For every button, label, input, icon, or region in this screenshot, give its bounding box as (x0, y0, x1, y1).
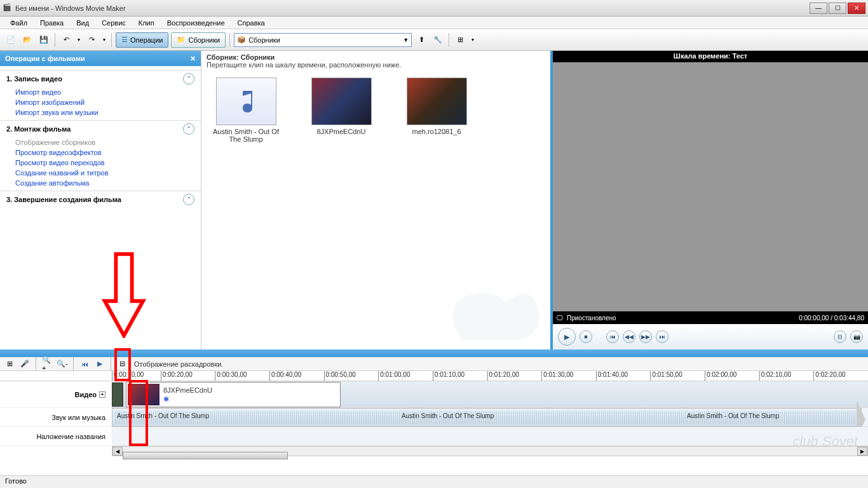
preview-title: Шкала времени: Тест (553, 51, 868, 62)
tasks-button[interactable]: ☰ Операции (116, 32, 168, 48)
split-button[interactable]: ⊟ (834, 330, 846, 343)
task-titles-credits[interactable]: Создание названий и титров (0, 168, 201, 178)
task-import-video[interactable]: Импорт видео (0, 87, 201, 97)
window-controls: — ☐ ✕ (810, 3, 865, 14)
timeline-ruler[interactable]: 0:00:10,00 0:00:20,00 0:00:30,00 0:00:40… (0, 371, 868, 381)
play-button[interactable]: ▶ (558, 328, 576, 346)
task-import-images[interactable]: Импорт изображений (0, 97, 201, 107)
ruler-tick: 0:00:10,00 (112, 371, 161, 381)
narrate-button[interactable]: 🎤 (19, 358, 31, 370)
task-import-audio[interactable]: Импорт звука или музыки (0, 107, 201, 118)
menu-file[interactable]: Файл (5, 18, 32, 28)
tasks-close-icon[interactable]: ✕ (190, 55, 196, 63)
collections-button[interactable]: 📁 Сборники (171, 32, 226, 48)
step-back-button[interactable]: ◀◀ (623, 330, 635, 343)
label-text: Видео (74, 391, 97, 398)
ruler-tick: 0:02:00,00 (705, 371, 759, 381)
menu-help[interactable]: Справка (233, 18, 270, 28)
task-section-3-header[interactable]: 3. Завершение создания фильма ˅ (0, 191, 201, 208)
task-show-collections[interactable]: Отображение сборников (0, 137, 201, 147)
tasks-label: Операции (130, 36, 163, 44)
collection-title: Сборник: Сборники (207, 53, 545, 61)
clip-name: 8JXPmeECdnU (163, 386, 212, 394)
stop-button[interactable]: ■ (580, 330, 592, 343)
timeline-tracks: Видео + Звук или музыка Наложение назван… (0, 381, 868, 446)
timeline-hint[interactable]: Отображение раскадровки. (134, 360, 223, 368)
video-clip-small[interactable] (112, 383, 123, 407)
maximize-button[interactable]: ☐ (829, 3, 846, 14)
menu-edit[interactable]: Правка (35, 18, 69, 28)
menu-tools[interactable]: Сервис (97, 18, 131, 28)
snapshot-button[interactable]: 📷 (850, 330, 863, 343)
tasks-body: 1. Запись видео ˄ Импорт видео Импорт из… (0, 66, 201, 214)
undo-button[interactable]: ↶ (59, 33, 73, 47)
audio-track[interactable]: Austin Smith - Out Of The Slump Austin S… (112, 408, 868, 427)
play-timeline-button[interactable]: ▶ (94, 358, 105, 370)
prev-clip-button[interactable]: ⏮ (606, 330, 619, 343)
zoom-in-button[interactable]: 🔍+ (41, 358, 53, 370)
collection-pane: Сборник: Сборники Перетащите клип на шка… (201, 51, 550, 349)
tasks-header-title: Операции с фильмами (5, 55, 85, 62)
scroll-right-button[interactable]: ▶ (857, 447, 867, 456)
menu-view[interactable]: Вид (71, 18, 94, 28)
timeline-scrollbar[interactable]: ◀ ▶ (112, 446, 868, 456)
title-track[interactable] (112, 427, 868, 446)
view-dropdown[interactable]: ▾ (470, 33, 476, 47)
task-section-2: 2. Монтаж фильма ˄ Отображение сборников… (0, 120, 201, 188)
clip-thumb (128, 384, 159, 405)
preview-status-text: Приостановлено (567, 315, 616, 322)
collection-item-video2[interactable]: meh.ro12081_6 (398, 78, 475, 135)
storyboard-button[interactable]: ⊞ (4, 358, 15, 370)
step-fwd-button[interactable]: ▶▶ (639, 330, 652, 343)
label-text: Наложение названия (36, 433, 105, 440)
preview-time: 0:00:00,00 / 0:03:44,80 (799, 315, 864, 322)
up-button[interactable]: ⬆ (414, 33, 428, 47)
chevron-up-icon: ˄ (183, 73, 194, 85)
separator (111, 33, 112, 47)
collection-item-video1[interactable]: 8JXPmeECdnU (303, 78, 379, 135)
ruler-tick: 0:00:40,00 (269, 371, 324, 381)
next-clip-button[interactable]: ⏭ (656, 330, 668, 343)
ruler-tick: 0:01:10,00 (433, 371, 487, 381)
minimize-button[interactable]: — (810, 3, 827, 14)
zoom-out-button[interactable]: 🔍- (57, 358, 68, 370)
tasks-header: Операции с фильмами ✕ (0, 51, 201, 66)
expand-icon[interactable]: + (99, 391, 105, 398)
collection-combo[interactable]: 📦 Сборники ▼ (234, 33, 412, 47)
save-button[interactable]: 💾 (37, 33, 51, 47)
preview-screen (553, 62, 868, 311)
audio-clip-label: Austin Smith - Out Of The Slump (117, 412, 209, 419)
task-video-transitions[interactable]: Просмотр видео переходов (0, 158, 201, 168)
effect-icon: ✱ (163, 395, 212, 403)
undo-dropdown[interactable]: ▾ (76, 33, 82, 47)
task-section-3: 3. Завершение создания фильма ˅ (0, 191, 201, 208)
task-section-2-header[interactable]: 2. Монтаж фильма ˄ (0, 120, 201, 137)
separator (229, 33, 230, 47)
props-button[interactable]: 🔧 (431, 33, 445, 47)
titlebar: 🎬 Без имени - Windows Movie Maker — ☐ ✕ (0, 0, 868, 17)
view-button[interactable]: ⊞ (453, 33, 467, 47)
redo-dropdown[interactable]: ▾ (101, 33, 107, 47)
watermark-icon (442, 264, 544, 346)
storyboard-toggle-button[interactable]: ⊟ (116, 358, 128, 370)
redo-button[interactable]: ↷ (85, 33, 98, 47)
close-button[interactable]: ✕ (848, 3, 865, 14)
task-section-1-header[interactable]: 1. Запись видео ˄ (0, 70, 201, 87)
video-clip[interactable]: 8JXPmeECdnU ✱ (126, 382, 341, 407)
scroll-left-button[interactable]: ◀ (112, 447, 123, 456)
new-button[interactable]: 📄 (4, 33, 18, 47)
menu-clip[interactable]: Клип (133, 18, 159, 28)
folder-icon: 📁 (177, 36, 186, 44)
task-video-effects[interactable]: Просмотр видеоэффектов (0, 147, 201, 158)
ruler-tick: 0:02:20,00 (813, 371, 868, 381)
scroll-thumb[interactable] (123, 452, 288, 459)
statusbar: Готово (0, 475, 868, 488)
menu-play[interactable]: Воспроизведение (162, 18, 230, 28)
toolbar: 📄 📂 💾 ↶ ▾ ↷ ▾ ☰ Операции 📁 Сборники 📦 Сб… (0, 29, 868, 51)
open-button[interactable]: 📂 (20, 33, 34, 47)
rewind-button[interactable]: ⏮ (79, 358, 90, 370)
status-text: Готово (5, 477, 27, 485)
collection-item-audio[interactable]: Austin Smith - Out Of The Slump (208, 78, 284, 143)
task-automovie[interactable]: Создание автофильма (0, 178, 201, 188)
video-track[interactable]: 8JXPmeECdnU ✱ (112, 381, 868, 408)
